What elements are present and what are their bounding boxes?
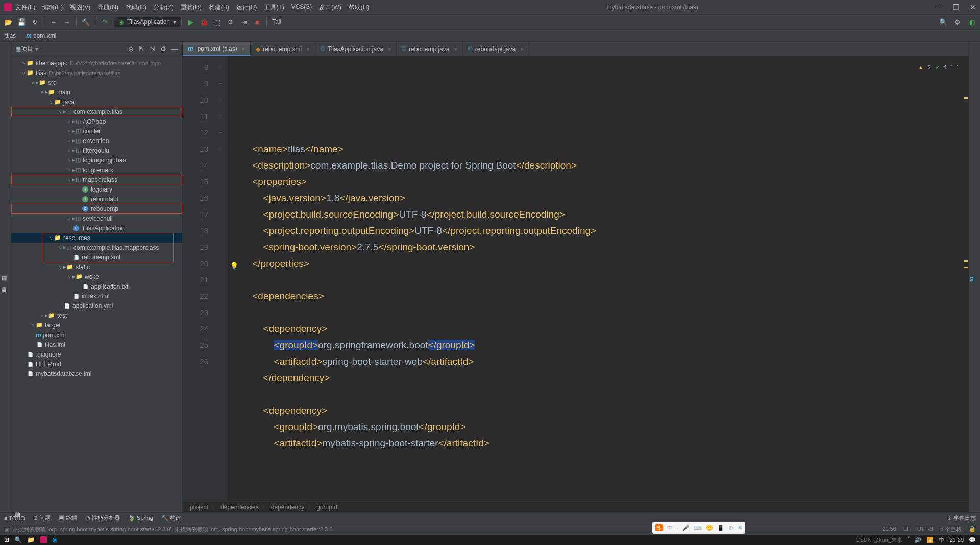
minimize-button[interactable]: — bbox=[936, 3, 943, 11]
tree-item[interactable]: 📄HELP.md bbox=[11, 359, 182, 369]
close-tab-icon[interactable]: × bbox=[388, 46, 391, 52]
ime-toolbar[interactable]: S 中 · 🎤 ⌨ 🙂 📱 ⚙ ✱ bbox=[652, 522, 745, 534]
error-stripe[interactable] bbox=[963, 56, 969, 501]
stop-icon[interactable]: ■ bbox=[253, 18, 261, 26]
inspection-indicators[interactable]: ▲2 ✔4 ˆ ˇ bbox=[918, 59, 959, 76]
code-content[interactable]: ▲2 ✔4 ˆ ˇ 💡 <name>tlias</name> <descript… bbox=[228, 56, 969, 501]
status-icon[interactable]: ▣ bbox=[4, 526, 9, 533]
ime-punct[interactable]: · bbox=[677, 525, 678, 531]
breadcrumb-segment[interactable]: groupId bbox=[316, 504, 337, 511]
collapse-icon[interactable]: ⇱ bbox=[139, 45, 144, 53]
target-icon[interactable]: ⊕ bbox=[128, 45, 134, 53]
windows-taskbar[interactable]: ⊞ 🔍 📁 ◉ CSDN @kun_未来 ˆ 🔊 📶 中 21:29 💬 bbox=[0, 535, 980, 545]
tree-item[interactable]: >▸◫exception bbox=[11, 136, 182, 146]
project-tool-button[interactable]: ▦ 项目 bbox=[0, 275, 8, 283]
chevron-down-icon[interactable]: ˇ bbox=[957, 59, 959, 76]
tray-up-icon[interactable]: ˆ bbox=[908, 537, 910, 543]
tree-item[interactable]: ∨▸📁src bbox=[11, 78, 182, 87]
menu-item[interactable]: 导航(N) bbox=[97, 3, 118, 12]
attach-icon[interactable]: ⇥ bbox=[240, 18, 248, 26]
close-tab-icon[interactable]: × bbox=[520, 46, 523, 52]
tree-item[interactable]: >▸◫AOPbao bbox=[11, 116, 182, 126]
breadcrumb-root[interactable]: tlias bbox=[5, 32, 16, 39]
save-icon[interactable]: 💾 bbox=[17, 18, 26, 26]
tail-label[interactable]: Tail bbox=[272, 18, 281, 26]
profile-icon[interactable]: ⟳ bbox=[227, 18, 235, 26]
sync-icon[interactable]: ↻ bbox=[31, 18, 39, 26]
menu-item[interactable]: 运行(U) bbox=[236, 3, 257, 12]
ime-tray-icon[interactable]: 中 bbox=[939, 536, 944, 544]
menu-item[interactable]: 构建(B) bbox=[209, 3, 229, 12]
tree-item[interactable]: >▸◫longremark bbox=[11, 165, 182, 175]
menu-item[interactable]: 视图(V) bbox=[70, 3, 90, 12]
forward-icon[interactable]: → bbox=[63, 18, 71, 26]
breadcrumb-segment[interactable]: dependency bbox=[271, 504, 304, 511]
breadcrumb-segment[interactable]: project bbox=[190, 504, 208, 511]
gear-icon[interactable]: ⚙ bbox=[160, 45, 166, 53]
back-icon[interactable]: ← bbox=[50, 18, 58, 26]
ime-tools-icon[interactable]: ✱ bbox=[738, 525, 742, 531]
tree-item[interactable]: Crebouemp bbox=[11, 204, 182, 214]
tree-item[interactable]: >▸📁test bbox=[11, 311, 182, 320]
coverage-icon[interactable]: ⬚ bbox=[213, 18, 222, 26]
ime-emoji-icon[interactable]: 🙂 bbox=[706, 525, 713, 531]
tree-item[interactable]: Ilogdiary bbox=[11, 184, 182, 194]
ime-skin-icon[interactable]: 📱 bbox=[717, 525, 724, 531]
menu-item[interactable]: 窗口(W) bbox=[319, 3, 341, 12]
menu-item[interactable]: VCS(S) bbox=[291, 3, 312, 12]
file-encoding[interactable]: UTF-8 bbox=[917, 526, 933, 533]
terminal-tool[interactable]: ▣ 终端 bbox=[59, 514, 77, 522]
indent-setting[interactable]: 4 个空格 bbox=[940, 526, 962, 533]
fold-gutter[interactable]: −⌐−−⌐− bbox=[213, 56, 228, 501]
clock[interactable]: 21:29 bbox=[949, 537, 964, 543]
volume-icon[interactable]: 🔊 bbox=[914, 537, 921, 543]
cursor-position[interactable]: 20:56 bbox=[882, 526, 896, 533]
menu-item[interactable]: 文件(F) bbox=[15, 3, 35, 12]
notifications-icon[interactable]: 💬 bbox=[969, 537, 976, 543]
tree-item[interactable]: >▸◫sevicechuli bbox=[11, 214, 182, 223]
wifi-icon[interactable]: 📶 bbox=[926, 537, 934, 543]
tree-item[interactable]: 📄rebouemp.xml bbox=[11, 252, 182, 262]
editor-tab[interactable]: ©reboudapt.java× bbox=[463, 42, 529, 56]
menu-item[interactable]: 工具(T) bbox=[264, 3, 284, 12]
intention-bulb-icon[interactable]: 💡 bbox=[230, 257, 238, 274]
ime-lang[interactable]: 中 bbox=[667, 524, 673, 532]
start-button[interactable]: ⊞ bbox=[4, 536, 9, 543]
editor-tab[interactable]: ©rebouemp.java× bbox=[397, 42, 463, 56]
tree-item[interactable]: Ireboudapt bbox=[11, 194, 182, 204]
avatar-icon[interactable]: ◐ bbox=[968, 18, 976, 26]
build-icon[interactable]: 🔨 bbox=[82, 18, 90, 26]
hide-icon[interactable]: — bbox=[172, 45, 178, 53]
code-editor[interactable]: 891011121314151617181920212223242526 −⌐−… bbox=[183, 56, 969, 501]
tree-item[interactable]: >▸◫filtergoulu bbox=[11, 146, 182, 155]
breadcrumb-file[interactable]: pom.xml bbox=[33, 32, 56, 39]
todo-tool[interactable]: ≡ TODO bbox=[4, 515, 25, 522]
maven-tool-icon[interactable]: m bbox=[969, 277, 975, 282]
project-tree[interactable]: >📁ithema-jopoD:\bc2\mybatisdatabase\ithe… bbox=[11, 56, 182, 512]
tree-item[interactable]: ∨📁java bbox=[11, 97, 182, 107]
tree-item[interactable]: ∨▸◫com.example.tlias bbox=[11, 107, 182, 116]
tree-item[interactable]: ∨▸◫com.example.tlias.mapperclass bbox=[11, 243, 182, 252]
debug-icon[interactable]: 🐞 bbox=[200, 18, 208, 26]
maximize-button[interactable]: ❐ bbox=[953, 3, 960, 11]
tree-item[interactable]: 📄application.txt bbox=[11, 281, 182, 291]
close-tab-icon[interactable]: × bbox=[306, 46, 309, 52]
lock-icon[interactable]: 🔒 bbox=[969, 526, 976, 533]
editor-tab[interactable]: ©TliasApplication.java× bbox=[315, 42, 397, 56]
intellij-taskbar-icon[interactable] bbox=[40, 536, 47, 543]
tree-item[interactable]: ∨▸📁static bbox=[11, 262, 182, 272]
tree-item[interactable]: 📄index.html bbox=[11, 291, 182, 301]
ime-settings-icon[interactable]: ⚙ bbox=[728, 525, 733, 531]
event-log-button[interactable]: ⊙ 事件日志 bbox=[947, 514, 976, 522]
settings-icon[interactable]: ⚙ bbox=[953, 18, 962, 26]
tree-item[interactable]: CTliasApplication bbox=[11, 223, 182, 233]
close-tab-icon[interactable]: × bbox=[454, 46, 457, 52]
problems-tool[interactable]: ⊘ 问题 bbox=[33, 514, 51, 522]
edge-icon[interactable]: ◉ bbox=[52, 536, 57, 543]
run-config-selector[interactable]: ◉ TliasApplication ▾ bbox=[114, 17, 182, 27]
editor-tab[interactable]: ◆rebouemp.xml× bbox=[251, 42, 315, 56]
run-arrow-icon[interactable]: ↷ bbox=[101, 18, 109, 26]
tree-item[interactable]: ∨▸📁main bbox=[11, 87, 182, 97]
expand-icon[interactable]: ⇲ bbox=[150, 45, 155, 53]
search-icon[interactable]: 🔍 bbox=[939, 18, 947, 26]
